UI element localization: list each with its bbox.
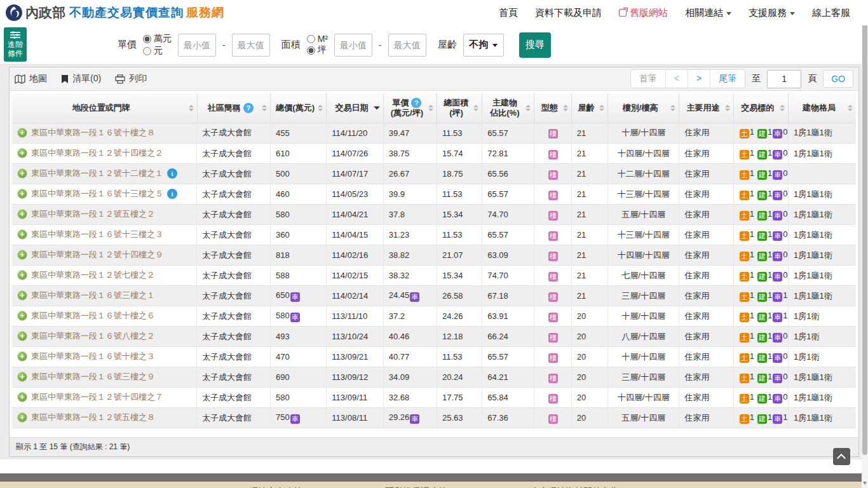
map-view-button[interactable]: 地圖 xyxy=(15,73,47,85)
search-button[interactable]: 搜尋 xyxy=(519,32,551,58)
address-link[interactable]: 東區中華東路一段１６號十樓之６ xyxy=(31,310,155,322)
unit-price-min-input[interactable] xyxy=(178,34,216,57)
address-link[interactable]: 東區中華東路一段１６號十三樓之５ xyxy=(31,188,163,200)
expand-plus-icon[interactable]: + xyxy=(17,128,27,138)
page-scrollbar[interactable] xyxy=(862,0,868,488)
expand-plus-icon[interactable]: + xyxy=(17,331,27,341)
nav-related-links[interactable]: 相關連結 xyxy=(685,7,731,19)
radio-square-meter-input[interactable] xyxy=(307,35,315,43)
help-icon[interactable]: ? xyxy=(243,103,254,113)
col-usage[interactable]: 主要用途 xyxy=(679,93,733,123)
parking-count: 0 xyxy=(783,168,787,178)
expand-plus-icon[interactable]: + xyxy=(17,290,27,301)
expand-plus-icon[interactable]: + xyxy=(17,351,27,362)
address-link[interactable]: 東區中華東路一段１６號十樓之３ xyxy=(31,351,155,362)
table-row[interactable]: + 東區中華東路一段１２號十四樓之７ 太子成大會館 580 113/09/11 … xyxy=(12,388,856,408)
expand-plus-icon[interactable]: + xyxy=(17,168,27,179)
expand-plus-icon[interactable]: + xyxy=(17,392,27,402)
area-max-input[interactable] xyxy=(388,34,426,57)
address-link[interactable]: 東區中華東路一段１６號八樓之２ xyxy=(31,330,155,342)
table-row[interactable]: + 東區中華東路一段１２號五樓之８ 太子成大會館 750車 113/08/11 … xyxy=(12,408,856,428)
transaction-target-cell: 土1建1車0 xyxy=(733,388,788,408)
expand-plus-icon[interactable]: + xyxy=(17,189,27,199)
col-floor[interactable]: 樓別/樓高 xyxy=(607,93,679,123)
table-row[interactable]: + 東區中華東路一段１６號三樓之９ 太子成大會館 690 113/09/12 3… xyxy=(12,367,856,388)
page-number-input[interactable] xyxy=(767,70,801,88)
print-button[interactable]: 列印 xyxy=(115,73,147,85)
address-link[interactable]: 東區中華東路一段１２號五樓之２ xyxy=(31,208,155,220)
go-button[interactable]: GO xyxy=(823,70,853,88)
address-link[interactable]: 東區中華東路一段１２號七樓之２ xyxy=(31,269,155,281)
unit-price-max-input[interactable] xyxy=(232,34,270,57)
scroll-to-top-button[interactable] xyxy=(833,448,850,465)
expand-plus-icon[interactable]: + xyxy=(17,412,27,423)
expand-plus-icon[interactable]: + xyxy=(17,209,27,219)
radio-wan-yuan[interactable]: 萬元 xyxy=(143,33,172,44)
last-page-button[interactable]: 尾筆 xyxy=(710,70,745,88)
table-row[interactable]: + 東區中華東路一段１２號五樓之２ 太子成大會館 580 114/04/21 3… xyxy=(12,205,856,225)
prev-page-button[interactable]: < xyxy=(665,70,688,88)
radio-yuan[interactable]: 元 xyxy=(143,45,172,57)
table-row[interactable]: + 東區中華東路一段１６號十三樓之３ 太子成大會館 360 114/04/15 … xyxy=(12,225,856,245)
nav-online-service[interactable]: 線上客服 xyxy=(812,7,850,19)
address-link[interactable]: 東區中華東路一段１６號三樓之１ xyxy=(31,290,155,301)
next-page-button[interactable]: > xyxy=(688,70,710,88)
col-age[interactable]: 屋齡 xyxy=(571,93,607,123)
col-main-ratio[interactable]: 主建物佔比(%) xyxy=(482,93,534,123)
col-address[interactable]: 地段位置或門牌 xyxy=(12,93,197,123)
first-page-button[interactable]: 首筆 xyxy=(631,70,665,88)
address-link[interactable]: 東區中華東路一段１６號十三樓之３ xyxy=(31,229,163,240)
address-link[interactable]: 東區中華東路一段１６號十樓之８ xyxy=(31,127,155,139)
nav-old-site[interactable]: 舊版網站 xyxy=(619,7,668,19)
table-row[interactable]: + 東區中華東路一段１２號十四樓之２ 太子成大會館 610 114/07/26 … xyxy=(12,144,856,164)
table-row[interactable]: + 東區中華東路一段１６號三樓之１ 太子成大會館 650車 114/02/14 … xyxy=(12,286,856,306)
scrollbar-down-arrow[interactable] xyxy=(863,482,867,485)
nav-home[interactable]: 首頁 xyxy=(499,7,518,19)
col-community[interactable]: 社區簡稱? xyxy=(197,93,270,123)
radio-ping-input[interactable] xyxy=(307,46,315,55)
table-row[interactable]: + 東區中華東路一段１６號八樓之２ 太子成大會館 493 113/10/24 4… xyxy=(12,327,856,347)
help-icon[interactable]: ? xyxy=(411,98,421,108)
table-row[interactable]: + 東區中華東路一段１６號十樓之６ 太子成大會館 580車 113/11/10 … xyxy=(12,306,856,327)
table-row[interactable]: + 東區中華東路一段１２號十二樓之１ i 太子成大會館 500 114/07/1… xyxy=(12,164,856,184)
table-row[interactable]: + 東區中華東路一段１６號十樓之８ 太子成大會館 455 114/11/20 3… xyxy=(12,123,856,144)
col-type[interactable]: 型態 xyxy=(534,93,571,123)
house-age-select[interactable]: 不拘 xyxy=(463,34,504,57)
table-row[interactable]: + 東區中華東路一段１２號七樓之２ 太子成大會館 588 114/02/15 3… xyxy=(12,266,856,286)
expand-plus-icon[interactable]: + xyxy=(17,229,27,240)
table-row[interactable]: + 東區中華東路一段１６號十三樓之５ i 太子成大會館 460 114/05/2… xyxy=(12,184,856,205)
address-link[interactable]: 東區中華東路一段１２號十四樓之７ xyxy=(31,391,163,403)
expand-plus-icon[interactable]: + xyxy=(17,311,27,321)
address-link[interactable]: 東區中華東路一段１２號十四樓之２ xyxy=(31,147,163,159)
address-link[interactable]: 東區中華東路一段１６號三樓之９ xyxy=(31,371,155,383)
age-cell: 20 xyxy=(571,306,607,327)
radio-yuan-input[interactable] xyxy=(143,47,151,55)
expand-plus-icon[interactable]: + xyxy=(17,250,27,260)
scrollbar-thumb[interactable] xyxy=(862,10,867,455)
col-date[interactable]: 交易日期 xyxy=(327,93,383,123)
site-brand[interactable]: 內政部 不動產交易實價查詢 服務網 xyxy=(5,4,224,22)
col-target[interactable]: 交易標的 xyxy=(733,93,788,123)
info-icon[interactable]: i xyxy=(167,168,177,179)
expand-plus-icon[interactable]: + xyxy=(17,148,27,158)
info-icon[interactable]: i xyxy=(167,189,177,199)
address-link[interactable]: 東區中華東路一段１２號五樓之８ xyxy=(31,412,155,423)
saved-list-button[interactable]: 清單(0) xyxy=(61,73,101,85)
address-link[interactable]: 東區中華東路一段１２號十二樓之１ xyxy=(31,168,163,179)
radio-square-meter[interactable]: M² xyxy=(307,34,328,44)
expand-plus-icon[interactable]: + xyxy=(17,372,27,382)
col-total-price[interactable]: 總價(萬元) xyxy=(271,93,327,123)
advanced-filter-button[interactable]: 進階條件 xyxy=(4,27,27,62)
nav-support[interactable]: 支援服務 xyxy=(749,7,795,19)
nav-download[interactable]: 資料下載及申請 xyxy=(535,7,602,19)
col-area[interactable]: 總面積(坪) xyxy=(437,93,482,123)
expand-plus-icon[interactable]: + xyxy=(17,270,27,280)
area-min-input[interactable] xyxy=(334,34,372,57)
radio-wan-yuan-input[interactable] xyxy=(143,35,151,43)
col-unit-price[interactable]: 單價?(萬元/坪) xyxy=(383,93,437,123)
col-layout[interactable]: 建物格局 xyxy=(789,93,856,123)
radio-ping[interactable]: 坪 xyxy=(307,44,328,56)
address-link[interactable]: 東區中華東路一段１２號十四樓之９ xyxy=(31,249,163,261)
table-row[interactable]: + 東區中華東路一段１２號十四樓之９ 太子成大會館 818 114/02/16 … xyxy=(12,245,856,266)
table-row[interactable]: + 東區中華東路一段１６號十樓之３ 太子成大會館 470 113/09/21 4… xyxy=(12,347,856,367)
